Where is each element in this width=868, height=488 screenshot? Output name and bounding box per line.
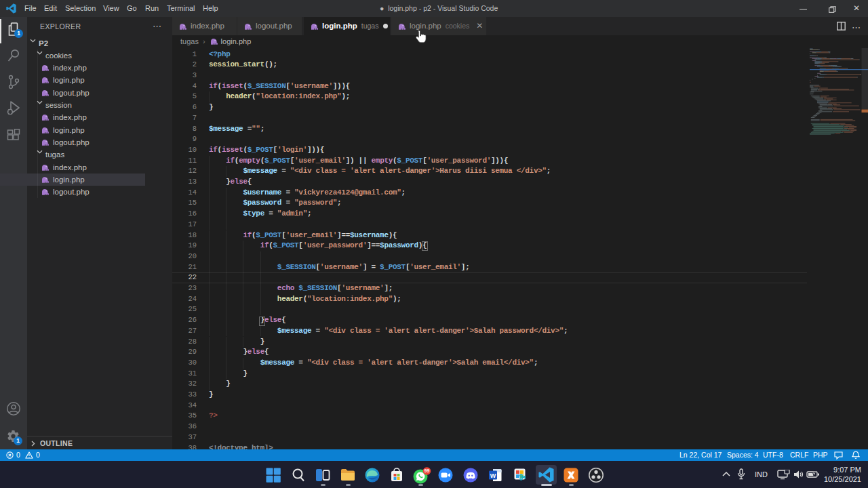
svg-text:W: W <box>490 472 496 479</box>
svg-text:99: 99 <box>425 468 430 473</box>
